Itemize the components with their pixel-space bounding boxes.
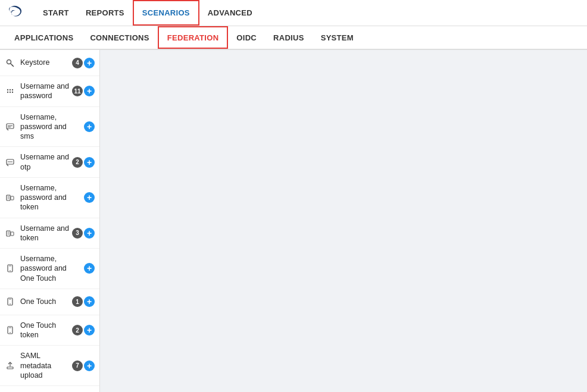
- dots-icon: [4, 87, 17, 95]
- saml-metadata-label: SAML metadata upload: [20, 351, 70, 380]
- second-nav-applications[interactable]: APPLICATIONS: [6, 26, 82, 49]
- comment-sm-icon: [4, 158, 17, 167]
- username-token-actions: 3 +: [72, 228, 95, 239]
- username-password-badge: 11: [72, 86, 83, 96]
- sidebar-item-username-token[interactable]: Username and token 3 +: [0, 218, 99, 249]
- sidebar-item-onetouch[interactable]: One Touch 1 +: [0, 289, 99, 315]
- nav-item-scenarios[interactable]: SCENARIOS: [133, 0, 199, 26]
- sidebar-item-saml-metadata[interactable]: SAML metadata upload 7 +: [0, 346, 99, 386]
- sidebar-item-onetouch-token[interactable]: One Touch token 2 +: [0, 315, 99, 346]
- username-otp-badge: 2: [72, 157, 83, 168]
- mobile3-icon: [4, 326, 17, 334]
- second-navigation: APPLICATIONS CONNECTIONS FEDERATION OIDC…: [0, 26, 587, 50]
- onetouch-token-add-button[interactable]: +: [84, 325, 95, 335]
- svg-point-6: [7, 92, 8, 93]
- second-nav-system[interactable]: SYSTEM: [313, 26, 362, 49]
- token-icon: [4, 193, 17, 202]
- onetouch-token-badge: 2: [72, 325, 83, 335]
- username-otp-actions: 2 +: [72, 157, 95, 168]
- logo: [6, 4, 25, 23]
- top-navigation: START REPORTS SCENARIOS ADVANCED: [0, 0, 587, 26]
- username-otp-label: Username and otp: [20, 152, 70, 172]
- username-password-onetouch-label: Username, password and One Touch: [20, 254, 82, 283]
- mobile-icon: [4, 264, 17, 272]
- sidebar-item-username-password-onetouch[interactable]: Username, password and One Touch +: [0, 249, 99, 289]
- keystore-actions: 4 +: [72, 58, 95, 68]
- svg-line-2: [12, 65, 13, 66]
- keystore-add-button[interactable]: +: [84, 58, 95, 68]
- logo-icon: [6, 4, 25, 23]
- onetouch-token-actions: 2 +: [72, 325, 95, 335]
- second-nav-radius[interactable]: RADIUS: [265, 26, 313, 49]
- main-layout: Keystore 4 + Username and password 11 + …: [0, 50, 587, 392]
- keystore-badge: 4: [72, 58, 83, 68]
- svg-rect-35: [7, 367, 13, 369]
- svg-rect-16: [7, 195, 10, 200]
- svg-point-27: [10, 271, 11, 272]
- svg-point-8: [12, 92, 13, 93]
- svg-point-5: [12, 89, 13, 90]
- onetouch-add-button[interactable]: +: [84, 296, 95, 307]
- username-token-badge: 3: [72, 228, 83, 239]
- upload-icon: [4, 362, 17, 370]
- token2-icon: [4, 229, 17, 237]
- saml-metadata-badge: 7: [72, 360, 83, 371]
- svg-point-4: [10, 89, 11, 90]
- content-area: [100, 50, 587, 392]
- username-token-add-button[interactable]: +: [84, 228, 95, 239]
- key-icon: [4, 59, 17, 67]
- svg-point-33: [10, 332, 11, 333]
- username-token-label: Username and token: [20, 224, 70, 243]
- onetouch-token-label: One Touch token: [20, 321, 70, 340]
- username-password-actions: 11 +: [72, 86, 95, 96]
- sidebar: Keystore 4 + Username and password 11 + …: [0, 50, 100, 392]
- username-password-sms-add-button[interactable]: +: [84, 121, 95, 132]
- second-nav-federation[interactable]: FEDERATION: [158, 26, 229, 49]
- nav-item-reports[interactable]: REPORTS: [77, 0, 133, 26]
- nav-item-advanced[interactable]: ADVANCED: [199, 0, 261, 26]
- username-password-add-button[interactable]: +: [84, 86, 95, 96]
- sidebar-item-username-password-token[interactable]: Username, password and token +: [0, 178, 99, 218]
- username-password-onetouch-add-button[interactable]: +: [84, 263, 95, 274]
- mobile2-icon: [4, 297, 17, 306]
- username-password-token-add-button[interactable]: +: [84, 192, 95, 203]
- svg-point-0: [7, 59, 11, 64]
- username-password-token-actions: +: [84, 192, 95, 203]
- nav-item-start[interactable]: START: [35, 0, 77, 26]
- username-password-sms-label: Username, password and sms: [20, 112, 82, 142]
- username-password-label: Username and password: [20, 81, 70, 101]
- top-nav-items: START REPORTS SCENARIOS ADVANCED: [35, 0, 261, 26]
- username-password-sms-actions: +: [84, 121, 95, 132]
- svg-rect-25: [11, 232, 14, 236]
- sidebar-item-username-password[interactable]: Username and password 11 +: [0, 76, 99, 107]
- comment-icon: [4, 123, 17, 131]
- saml-metadata-add-button[interactable]: +: [84, 360, 95, 371]
- sidebar-item-username-otp[interactable]: Username and otp 2 +: [0, 147, 99, 178]
- second-nav-oidc[interactable]: OIDC: [228, 26, 265, 49]
- onetouch-label: One Touch: [20, 297, 70, 306]
- keystore-label: Keystore: [20, 58, 70, 67]
- username-password-token-label: Username, password and token: [20, 183, 82, 212]
- second-nav-connections[interactable]: CONNECTIONS: [82, 26, 157, 49]
- sidebar-item-username-password-sms[interactable]: Username, password and sms +: [0, 107, 99, 148]
- username-otp-add-button[interactable]: +: [84, 157, 95, 168]
- svg-point-30: [10, 303, 11, 305]
- svg-rect-21: [7, 231, 10, 236]
- svg-point-3: [7, 89, 8, 90]
- onetouch-badge: 1: [72, 296, 83, 307]
- saml-metadata-actions: 7 +: [72, 360, 95, 371]
- username-password-onetouch-actions: +: [84, 263, 95, 274]
- onetouch-actions: 1 +: [72, 296, 95, 307]
- svg-rect-20: [11, 196, 14, 200]
- sidebar-item-keystore[interactable]: Keystore 4 +: [0, 50, 99, 76]
- svg-point-7: [10, 92, 11, 93]
